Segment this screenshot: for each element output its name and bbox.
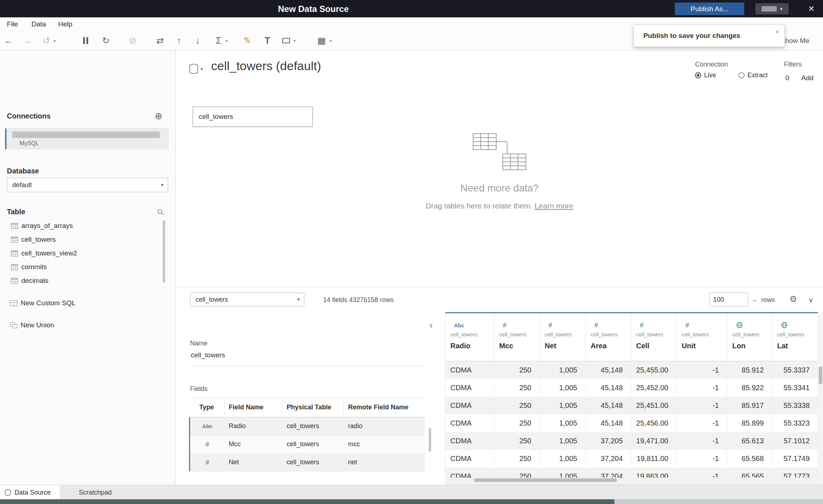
back-icon[interactable]: ← (1, 31, 16, 50)
grid-cell[interactable]: 65.613 (727, 432, 772, 450)
grid-cell[interactable]: 45,148 (586, 379, 631, 397)
grid-cell[interactable]: 37,205 (586, 432, 631, 450)
grid-cell[interactable]: -1 (677, 450, 727, 468)
database-select[interactable]: default ▾ (7, 178, 168, 192)
grid-column-header[interactable]: #cell_towersUnit (677, 313, 727, 361)
tooltip-close-icon[interactable]: × (775, 28, 779, 36)
grid-cell[interactable]: 57.1749 (772, 450, 818, 468)
grid-cell[interactable]: 55.3341 (772, 379, 818, 397)
grid-cell[interactable]: 45,148 (586, 397, 631, 414)
live-radio[interactable]: Live (695, 72, 716, 79)
collapse-metadata-icon[interactable]: ‹ (429, 320, 433, 330)
grid-column-header[interactable]: #cell_towersNet (540, 313, 586, 361)
highlight-icon[interactable]: ✎ (240, 31, 254, 50)
grid-cell[interactable]: 250 (494, 397, 540, 414)
grid-cell[interactable]: 55.3337 (772, 361, 818, 379)
add-connection-icon[interactable]: ⊕ (155, 111, 163, 122)
pause-updates-icon[interactable] (78, 31, 93, 50)
grid-cell[interactable]: -1 (677, 414, 727, 432)
learn-more-link[interactable]: Learn more (535, 202, 573, 210)
field-row[interactable]: # Mcc cell_towers mcc (189, 435, 425, 453)
labels-caret-icon[interactable]: ▾ (330, 38, 332, 43)
grid-column-header[interactable]: #cell_towersCell (631, 313, 677, 361)
sidebar-table-item[interactable]: decimals (0, 274, 176, 288)
search-icon[interactable] (157, 208, 164, 217)
fit-caret-icon[interactable]: ▾ (293, 38, 296, 43)
filters-add-button[interactable]: Add (801, 74, 814, 82)
extract-radio[interactable]: Extract (738, 72, 768, 79)
grid-cell[interactable]: 85.912 (727, 361, 772, 379)
forward-icon[interactable]: → (20, 31, 34, 50)
grid-cell[interactable]: 57.1012 (772, 432, 818, 450)
canvas-table-cell-towers[interactable]: cell_towers (193, 107, 313, 127)
grid-horizontal-scrollbar-thumb[interactable] (474, 478, 617, 482)
grid-cell[interactable]: -1 (677, 397, 727, 414)
grid-cell[interactable]: CDMA (445, 432, 494, 450)
grid-cell[interactable]: 25,451.00 (631, 397, 677, 414)
grid-column-header[interactable]: #cell_towersArea (586, 313, 631, 361)
aggregate-caret-icon[interactable]: ▾ (226, 38, 228, 43)
row-count-input[interactable] (713, 293, 746, 306)
grid-cell[interactable]: 1,005 (540, 450, 586, 468)
menu-data[interactable]: Data (31, 17, 46, 31)
gear-icon[interactable]: ⚙ (789, 294, 797, 304)
replay-icon[interactable]: ↺ (39, 31, 53, 50)
grid-cell[interactable]: CDMA (445, 397, 494, 414)
menu-file[interactable]: File (7, 17, 18, 31)
datasource-icon[interactable]: ▾ (189, 64, 203, 74)
grid-cell[interactable]: 85.917 (727, 397, 772, 414)
grid-cell[interactable]: 250 (494, 379, 540, 397)
sort-descending-icon[interactable]: ↓ (190, 31, 205, 50)
grid-cell[interactable]: 250 (494, 414, 540, 432)
sidebar-table-item[interactable]: arrays_of_arrays (0, 219, 176, 233)
apply-row-count-icon[interactable]: → (750, 296, 758, 304)
field-row[interactable]: Abc Radio cell_towers radio (189, 417, 425, 435)
tab-data-source[interactable]: Data Source (0, 485, 60, 500)
menu-help[interactable]: Help (58, 17, 72, 31)
grid-cell[interactable]: -1 (677, 361, 727, 379)
grid-cell[interactable]: CDMA (445, 414, 494, 432)
grid-cell[interactable]: 250 (494, 432, 540, 450)
sidebar-table-item[interactable]: commits (0, 260, 176, 274)
cancel-update-icon[interactable]: ⊘ (125, 31, 140, 50)
datasource-name-input[interactable] (191, 351, 422, 359)
replay-caret-icon[interactable]: ▾ (53, 38, 56, 43)
grid-cell[interactable]: 1,005 (540, 414, 586, 432)
aggregate-icon[interactable]: Σ (211, 31, 226, 50)
tab-scratchpad[interactable]: Scratchpad (60, 485, 128, 500)
grid-column-header[interactable]: cell_towersLat (772, 313, 818, 361)
window-close-button[interactable]: × (805, 1, 818, 16)
new-union-button[interactable]: New Union (0, 318, 176, 332)
grid-cell[interactable]: 19,471.00 (631, 432, 677, 450)
sidebar-table-item[interactable]: cell_towers_view2 (0, 246, 176, 260)
grid-cell[interactable]: 55.3323 (772, 414, 818, 432)
grid-cell[interactable]: -1 (677, 432, 727, 450)
swap-rows-columns-icon[interactable]: ⇄ (153, 31, 167, 50)
grid-cell[interactable]: 1,005 (540, 397, 586, 414)
grid-cell[interactable]: CDMA (445, 379, 494, 397)
fit-selector-icon[interactable] (279, 31, 293, 50)
table-list-scrollbar[interactable] (163, 220, 165, 283)
grid-cell[interactable]: 65.568 (727, 450, 772, 468)
publish-as-button[interactable]: Publish As... (675, 3, 744, 15)
grid-column-header[interactable]: #cell_towersMcc (494, 313, 540, 361)
grid-cell[interactable]: 25,455.00 (631, 361, 677, 379)
grid-cell[interactable]: 250 (494, 450, 540, 468)
grid-cell[interactable]: 1,005 (540, 361, 586, 379)
grid-cell[interactable]: 25,452.00 (631, 379, 677, 397)
account-menu[interactable]: ▾ (755, 3, 789, 14)
sort-ascending-icon[interactable]: ↑ (172, 31, 186, 50)
grid-cell[interactable]: 37,204 (586, 450, 631, 468)
grid-vertical-scrollbar-thumb[interactable] (819, 366, 822, 384)
show-me-button[interactable]: Show Me (781, 31, 809, 50)
refresh-icon[interactable]: ↻ (99, 31, 113, 50)
grid-table-select[interactable]: cell_towers ▾ (190, 293, 304, 306)
grid-cell[interactable]: 19,811.00 (631, 450, 677, 468)
grid-cell[interactable]: 250 (494, 361, 540, 379)
show-labels-icon[interactable]: ▦ (314, 31, 329, 50)
grid-cell[interactable]: 55.3338 (772, 397, 818, 414)
fields-scrollbar[interactable] (429, 428, 431, 452)
grid-cell[interactable]: 45,148 (586, 361, 631, 379)
grid-cell[interactable]: 1,005 (540, 379, 586, 397)
grid-cell[interactable]: 1,005 (540, 432, 586, 450)
